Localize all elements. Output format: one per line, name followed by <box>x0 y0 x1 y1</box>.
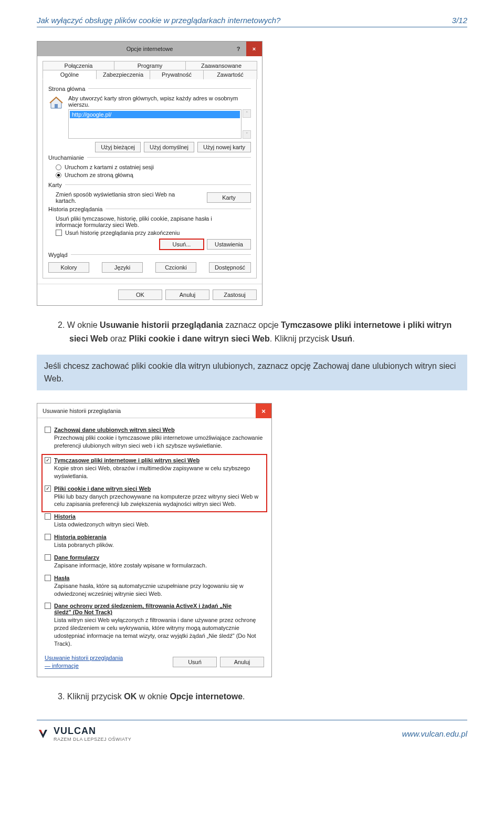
dh-section-cookies: Pliki cookie i dane witryn sieci Web Pli… <box>45 485 264 509</box>
dh-delete-button[interactable]: Usuń <box>173 657 217 667</box>
dh-chk-dnt[interactable]: Dane ochrony przed śledzeniem, filtrowan… <box>45 603 264 615</box>
ok-button[interactable]: OK <box>118 289 162 300</box>
dh-title: Usuwanie historii przeglądania <box>43 408 121 414</box>
dh-info-link-2[interactable]: — informacje <box>45 662 123 670</box>
dh-section-downloads: Historia pobierania Lista pobranych plik… <box>45 534 264 549</box>
history-chk-label: Usuń historię przeglądania przy zakończe… <box>65 230 180 236</box>
logo-brand: VULCAN <box>54 726 131 737</box>
dh-chk-passwords[interactable]: Hasła <box>45 575 264 581</box>
tab-advanced[interactable]: Zaawansowane <box>185 61 257 70</box>
home-icon <box>48 95 64 110</box>
dh-redbox: Tymczasowe pliki internetowe i pliki wit… <box>43 455 266 511</box>
accessibility-button[interactable]: Dostępność <box>209 262 251 273</box>
tab-programs[interactable]: Programy <box>114 61 186 70</box>
tab-security[interactable]: Zabezpieczenia <box>96 70 150 79</box>
dh-chk-formdata[interactable]: Dane formularzy <box>45 554 264 561</box>
cards-text: Zmień sposób wyświetlania stron sieci We… <box>56 191 182 204</box>
scroll-down-button[interactable]: ˅ <box>243 130 251 139</box>
dh-section-dnt: Dane ochrony przed śledzeniem, filtrowan… <box>45 603 264 647</box>
svg-rect-0 <box>55 104 58 108</box>
languages-button[interactable]: Języki <box>102 262 143 273</box>
header-title: Jak wyłączyć obsługę plików cookie w prz… <box>37 16 280 25</box>
tab-privacy[interactable]: Prywatność <box>150 70 204 79</box>
internet-options-dialog: Opcje internetowe ? × Połączenia Program… <box>37 41 262 306</box>
dh-section-passwords: Hasła Zapisane hasła, które są automatyc… <box>45 575 264 598</box>
delete-button[interactable]: Usuń... <box>160 239 204 250</box>
home-address-input[interactable]: http://google.pl/ <box>68 109 242 139</box>
colors-button[interactable]: Kolory <box>48 262 89 273</box>
tab-general[interactable]: Ogólne <box>43 70 97 79</box>
apply-button[interactable]: Zastosuj <box>213 289 257 300</box>
io-tabs: Połączenia Programy Zaawansowane Ogólne … <box>43 61 257 79</box>
logo-tagline: RAZEM DLA LEPSZEJ OŚWIATY <box>54 737 131 742</box>
dh-section-favourites: Zachowaj dane ulubionych witryn sieci We… <box>45 427 264 450</box>
startup-radio-2[interactable]: Uruchom ze stroną główną <box>56 172 251 178</box>
fonts-button[interactable]: Czcionki <box>155 262 196 273</box>
dh-chk-downloads[interactable]: Historia pobierania <box>45 534 264 540</box>
settings-button[interactable]: Ustawienia <box>207 239 251 250</box>
dh-chk-favourites[interactable]: Zachowaj dane ulubionych witryn sieci We… <box>45 427 264 433</box>
close-button[interactable]: × <box>246 42 262 56</box>
use-current-button[interactable]: Użyj bieżącej <box>95 142 141 152</box>
dh-info-link-1[interactable]: Usuwanie historii przeglądania <box>45 654 123 662</box>
dh-chk-temp[interactable]: Tymczasowe pliki internetowe i pliki wit… <box>45 457 264 463</box>
dh-cancel-button[interactable]: Anuluj <box>220 657 264 667</box>
cancel-button[interactable]: Anuluj <box>165 289 209 300</box>
startup-label: Uruchamianie <box>48 154 84 161</box>
dh-close-button[interactable]: × <box>256 404 271 418</box>
use-newtab-button[interactable]: Użyj nowej karty <box>197 142 251 152</box>
dh-section-history: Historia Lista odwiedzonych witryn sieci… <box>45 513 264 529</box>
instruction-3: 3. Kliknij przycisk OK w oknie Opcje int… <box>58 690 467 704</box>
home-address-text: http://google.pl/ <box>70 111 240 118</box>
help-button[interactable]: ? <box>230 42 246 56</box>
look-label: Wygląd <box>48 252 68 258</box>
dh-chk-cookies[interactable]: Pliki cookie i dane witryn sieci Web <box>45 485 264 492</box>
history-text: Usuń pliki tymczasowe, historię, pliki c… <box>56 215 224 228</box>
footer-url: www.vulcan.edu.pl <box>402 729 467 738</box>
page-footer: VULCAN RAZEM DLA LEPSZEJ OŚWIATY www.vul… <box>37 720 467 742</box>
logo-icon <box>37 728 49 740</box>
hint-box: Jeśli chcesz zachować pliki cookie dla w… <box>37 355 467 390</box>
dh-chk-history[interactable]: Historia <box>45 513 264 520</box>
startup-opt1: Uruchom z kartami z ostatniej sesji <box>65 164 154 170</box>
page-header: Jak wyłączyć obsługę plików cookie w prz… <box>37 16 467 27</box>
instruction-2: 2. W oknie Usuwanie historii przeglądani… <box>58 318 467 345</box>
history-label: Historia przeglądania <box>48 206 102 212</box>
dh-section-formdata: Dane formularzy Zapisane informacje, któ… <box>45 554 264 570</box>
scroll-up-button[interactable]: ˄ <box>243 109 251 118</box>
dh-titlebar: Usuwanie historii przeglądania × <box>37 404 271 418</box>
startup-opt2: Uruchom ze stroną główną <box>65 172 133 178</box>
history-checkbox[interactable]: Usuń historię przeglądania przy zakończe… <box>56 230 251 236</box>
tab-connections[interactable]: Połączenia <box>43 61 114 70</box>
dh-section-temp: Tymczasowe pliki internetowe i pliki wit… <box>45 457 264 480</box>
vulcan-logo: VULCAN RAZEM DLA LEPSZEJ OŚWIATY <box>37 726 131 742</box>
cards-label: Karty <box>48 182 62 188</box>
delete-history-dialog: Usuwanie historii przeglądania × Zachowa… <box>37 403 272 677</box>
tab-content[interactable]: Zawartość <box>203 70 257 79</box>
home-hint: Aby utworzyć karty stron głównych, wpisz… <box>68 95 251 108</box>
header-page: 3/12 <box>452 16 467 25</box>
io-titlebar: Opcje internetowe ? × <box>37 42 262 56</box>
cards-button[interactable]: Karty <box>207 192 251 203</box>
startup-radio-1[interactable]: Uruchom z kartami z ostatniej sesji <box>56 164 251 170</box>
home-label: Strona główna <box>48 86 85 92</box>
io-footer: OK Anuluj Zastosuj <box>37 284 262 305</box>
io-title: Opcje internetowe <box>127 46 173 52</box>
use-default-button[interactable]: Użyj domyślnej <box>144 142 194 152</box>
